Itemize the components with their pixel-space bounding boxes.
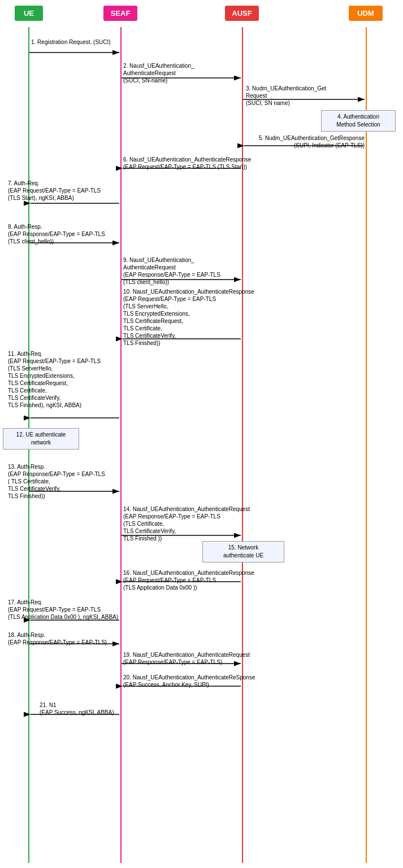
lifeline-SEAF xyxy=(120,27,122,863)
msg19-label: 19. Nausf_UEAuthentication_AuthenticateR… xyxy=(123,651,250,666)
msg20-label: 20. Nausf_UEAuthentication_AuthenticateR… xyxy=(123,674,255,688)
msg6-label: 6. Nausf_UEAuthentication_AuthenticateRe… xyxy=(123,156,251,171)
msg14-label: 14. Nausf_UEAuthentication_AuthenticateR… xyxy=(123,505,250,542)
lifeline-UDM xyxy=(366,27,367,863)
msg8-label: 8. Auth-Resp.(EAP Response/EAP-Type = EA… xyxy=(8,223,105,245)
msg1-label: 1. Registration Request. (SUCI) xyxy=(31,38,111,46)
msg10-label: 10. Nausf_UEAuthentication_AuthenticateR… xyxy=(123,288,254,347)
lifeline-AUSF xyxy=(242,27,243,863)
msg7-label: 7. Auth-Req.(EAP Request/EAP-Type = EAP-… xyxy=(8,180,101,202)
msg5-label: 5. Nudm_UEAuthentication_GetResponse(SUP… xyxy=(252,134,365,149)
msg16-label: 16. Nausf_UEAuthentication_AuthenticateR… xyxy=(123,569,254,591)
actor-UE: UE xyxy=(15,6,43,21)
msg17-label: 17. Auth-Req.(EAP Request/EAP-Type = EAP… xyxy=(8,599,118,621)
msg3-label: 3. Nudm_UEAuthentication_GetRequest(SUCI… xyxy=(246,85,326,107)
sequence-diagram: UE SEAF AUSF UDM xyxy=(0,0,403,868)
note15: 15. Networkauthenticate UE xyxy=(202,541,284,562)
msg21-label: 21. N1(EAP Success, ngKSI, ABBA) xyxy=(40,701,114,716)
msg18-label: 18. Auth-Resp.(EAP Response/EAP-Type = E… xyxy=(8,631,107,646)
actor-UDM: UDM xyxy=(349,6,383,21)
msg11-label: 11. Auth-Req.(EAP Request/EAP-Type = EAP… xyxy=(8,350,101,409)
note4: 4. AuthenticationMethod Selection xyxy=(321,110,396,132)
msg9-label: 9. Nausf_UEAuthentication_AuthenticateRe… xyxy=(123,256,220,286)
note12: 12. UE authenticatenetwork xyxy=(3,428,79,450)
msg2-label: 2. Nausf_UEAuthentication_AuthenticateRe… xyxy=(123,62,194,84)
actor-SEAF: SEAF xyxy=(103,6,137,21)
msg13-label: 13. Auth-Resp.(EAP Response/EAP-Type = E… xyxy=(8,463,105,500)
actor-AUSF: AUSF xyxy=(225,6,259,21)
